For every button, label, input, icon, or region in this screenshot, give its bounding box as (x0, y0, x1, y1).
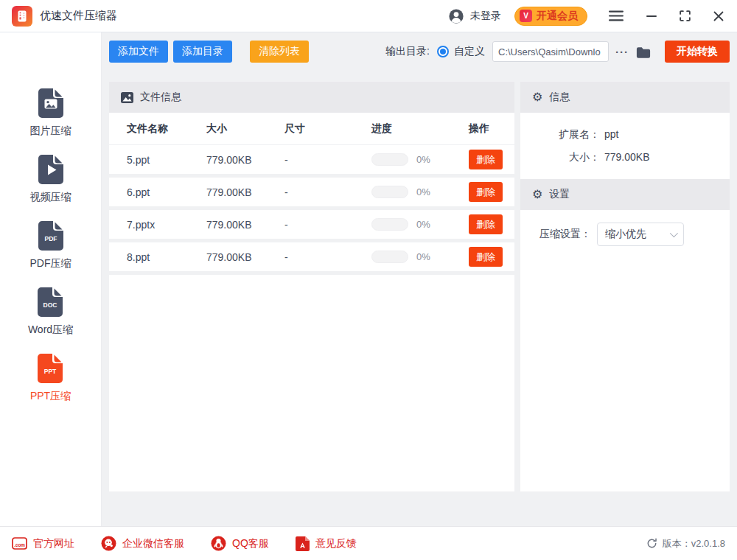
sidebar-item-label: 图片压缩 (30, 125, 71, 138)
close-button[interactable] (712, 10, 725, 23)
file-size: 779.00KB (206, 219, 284, 231)
svg-text:.com: .com (14, 542, 25, 547)
maximize-button[interactable] (678, 9, 692, 23)
compress-mode-value: 缩小优先 (605, 228, 646, 241)
toolbar: 添加文件 添加目录 清除列表 输出目录: 自定义 ··· 开始转换 (109, 41, 730, 63)
footer-link-feedback[interactable]: 意见反馈 (296, 536, 357, 551)
qq-service-icon (211, 536, 226, 551)
info-field-row: 扩展名： ppt (534, 128, 730, 141)
output-path-input[interactable] (492, 41, 609, 62)
add-directory-button[interactable]: 添加目录 (173, 41, 232, 63)
progress-cell: 0% (371, 153, 469, 166)
info-field-label: 扩展名： (534, 128, 600, 141)
footer-link-label: 企业微信客服 (122, 537, 184, 550)
image-file-icon (38, 88, 63, 118)
column-header: 操作 (469, 122, 503, 136)
user-avatar-icon (448, 8, 464, 24)
open-folder-button[interactable] (636, 46, 651, 58)
progress-text: 0% (416, 219, 430, 230)
sidebar-nav: 图片压缩 视频压缩 PDFPDF压缩 DOCWord压缩 PPTPPT压缩 (0, 32, 102, 526)
info-panel-header: ⚙ 信息 (520, 82, 730, 113)
version-info: 版本：v2.0.1.8 (646, 537, 725, 550)
app-window: 优速文件压缩器 未登录 V 开通会员 (0, 0, 737, 560)
folder-icon (636, 46, 651, 58)
website-icon: .com (12, 537, 27, 550)
ppt-file-icon: PPT (38, 354, 63, 383)
compress-mode-select[interactable]: 缩小优先 (597, 223, 684, 246)
svg-text:PPT: PPT (44, 368, 57, 375)
progress-text: 0% (416, 186, 430, 197)
close-icon (713, 11, 724, 21)
menu-button[interactable] (607, 9, 625, 23)
table-header-row: 文件名称大小尺寸进度操作 (109, 113, 514, 145)
file-size: 779.00KB (206, 154, 284, 166)
titlebar: 优速文件压缩器 未登录 V 开通会员 (0, 0, 737, 32)
sidebar-item-label: PDF压缩 (30, 257, 71, 270)
progress-bar (371, 153, 408, 166)
progress-cell: 0% (371, 186, 469, 198)
file-name: 8.ppt (127, 251, 206, 263)
app-title: 优速文件压缩器 (40, 9, 117, 23)
output-directory-label: 输出目录: (385, 45, 430, 58)
column-header: 文件名称 (127, 122, 206, 136)
login-button[interactable]: 未登录 (448, 8, 501, 24)
delete-button[interactable]: 删除 (469, 214, 503, 234)
progress-text: 0% (416, 154, 430, 165)
browse-more-button[interactable]: ··· (615, 46, 629, 58)
settings-panel-header: ⚙ 设置 (520, 179, 730, 210)
footer-link-qq[interactable]: QQ客服 (211, 536, 269, 551)
info-fields: 扩展名： ppt大小： 779.00KB (520, 113, 730, 179)
refresh-icon (646, 538, 657, 549)
file-name: 6.ppt (127, 186, 206, 198)
file-dimension: - (284, 154, 371, 166)
info-field-value: ppt (604, 128, 618, 141)
sidebar-item-label: Word压缩 (28, 323, 73, 337)
file-dimension: - (284, 251, 371, 263)
progress-text: 0% (416, 251, 430, 262)
table-row[interactable]: 5.ppt 779.00KB - 0% 删除 (109, 145, 514, 178)
delete-button[interactable]: 删除 (469, 150, 503, 169)
sidebar-item-image[interactable]: 图片压缩 (30, 88, 71, 138)
table-row[interactable]: 8.ppt 779.00KB - 0% 删除 (109, 242, 514, 275)
sidebar-item-video[interactable]: 视频压缩 (30, 155, 71, 204)
file-panel-title: 文件信息 (140, 91, 181, 104)
column-header: 进度 (371, 122, 469, 136)
settings-gear-icon: ⚙ (532, 189, 542, 200)
clear-list-button[interactable]: 清除列表 (250, 41, 309, 63)
custom-output-radio[interactable] (437, 46, 449, 57)
footer-link-website[interactable]: .com官方网址 (12, 537, 74, 550)
sidebar-item-ppt[interactable]: PPTPPT压缩 (30, 354, 71, 403)
footer-link-wechat[interactable]: 企业微信客服 (101, 536, 184, 551)
footer-links: .com官方网址 企业微信客服 QQ客服 意见反馈 (12, 536, 383, 551)
column-header: 大小 (206, 122, 284, 136)
add-file-button[interactable]: 添加文件 (109, 41, 168, 63)
vip-button-label: 开通会员 (537, 10, 578, 23)
info-field-row: 大小： 779.00KB (534, 151, 730, 164)
compress-setting-label: 压缩设置： (539, 228, 591, 241)
table-row[interactable]: 7.pptx 779.00KB - 0% 删除 (109, 210, 514, 242)
info-field-value: 779.00KB (604, 151, 650, 164)
file-size: 779.00KB (206, 186, 284, 198)
delete-button[interactable]: 删除 (469, 247, 503, 267)
version-text: 版本：v2.0.1.8 (663, 537, 725, 550)
open-vip-button[interactable]: V 开通会员 (514, 7, 587, 26)
minimize-button[interactable] (645, 13, 658, 19)
info-field-label: 大小： (534, 151, 600, 164)
table-row[interactable]: 6.ppt 779.00KB - 0% 删除 (109, 178, 514, 210)
app-logo-icon (12, 6, 32, 27)
wechat-service-icon (101, 536, 116, 551)
delete-button[interactable]: 删除 (469, 182, 503, 202)
pdf-file-icon: PDF (38, 221, 63, 251)
sidebar-item-pdf[interactable]: PDFPDF压缩 (30, 221, 71, 270)
svg-text:DOC: DOC (43, 301, 57, 309)
table-body: 5.ppt 779.00KB - 0% 删除6.ppt 779.00KB - 0… (109, 145, 514, 275)
login-status: 未登录 (470, 10, 501, 23)
svg-text:PDF: PDF (44, 235, 57, 242)
start-convert-button[interactable]: 开始转换 (665, 41, 730, 63)
menu-icon (609, 10, 624, 21)
settings-panel-title: 设置 (549, 188, 570, 201)
doc-file-icon: DOC (38, 287, 63, 317)
video-file-icon (38, 155, 63, 184)
footer-bar: .com官方网址 企业微信客服 QQ客服 意见反馈 版本：v2.0.1.8 (0, 526, 737, 560)
sidebar-item-word[interactable]: DOCWord压缩 (28, 287, 73, 337)
